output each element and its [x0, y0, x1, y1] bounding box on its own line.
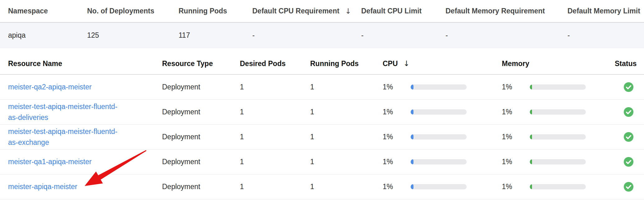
- status-cell: [615, 107, 640, 117]
- default-cpu-requirement-cell: -: [252, 31, 361, 40]
- memory-usage-bar: [530, 109, 586, 115]
- resource-type-cell: Deployment: [162, 108, 240, 116]
- cpu-usage-cell: 1%: [383, 183, 502, 191]
- cpu-usage-cell: 1%: [383, 108, 502, 116]
- cpu-usage-bar: [411, 184, 467, 189]
- cpu-usage-bar: [411, 84, 467, 90]
- memory-usage-bar-fill: [530, 134, 532, 140]
- default-memory-requirement-cell: -: [446, 31, 567, 40]
- column-header-default-memory-limit[interactable]: Default Memory Limit: [567, 7, 640, 15]
- cpu-usage-cell: 1%: [383, 83, 502, 91]
- memory-percent-value: 1%: [502, 108, 530, 116]
- default-cpu-limit-cell: -: [361, 31, 446, 40]
- column-header-resource-type[interactable]: Resource Type: [162, 60, 240, 68]
- running-pods-cell: 1: [310, 183, 383, 191]
- desired-pods-cell: 1: [240, 183, 310, 191]
- resource-name-cell: meister-test-apiqa-meister-fluentd-as-de…: [8, 101, 162, 123]
- resource-type-cell: Deployment: [162, 133, 240, 141]
- namespace-name-cell: apiqa: [8, 31, 87, 40]
- resource-name-cell: meister-test-apiqa-meister-fluentd-as-ex…: [8, 126, 162, 148]
- cpu-percent-value: 1%: [383, 108, 411, 116]
- resource-name-cell: meister-qa2-apiqa-meister: [8, 82, 162, 93]
- running-pods-cell: 1: [310, 108, 383, 116]
- column-header-desired-pods[interactable]: Desired Pods: [240, 60, 310, 68]
- status-cell: [615, 182, 640, 192]
- column-header-status[interactable]: Status: [615, 60, 640, 68]
- namespace-table-header-row: Namespace No. of Deployments Running Pod…: [0, 0, 644, 23]
- column-header-cpu[interactable]: CPU ↓: [383, 59, 502, 68]
- cpu-usage-bar: [411, 109, 467, 115]
- resource-link[interactable]: meister-test-apiqa-meister-fluentd-as-de…: [8, 101, 125, 123]
- column-header-label: Default CPU Requirement: [252, 7, 339, 15]
- resource-type-cell: Deployment: [162, 83, 240, 91]
- memory-usage-bar-fill: [530, 184, 532, 189]
- status-healthy-icon: [624, 157, 633, 167]
- column-header-default-memory-requirement[interactable]: Default Memory Requirement: [446, 7, 567, 15]
- column-header-default-cpu-limit[interactable]: Default CPU Limit: [361, 7, 446, 15]
- memory-usage-cell: 1%: [502, 183, 615, 191]
- column-header-no-of-deployments[interactable]: No. of Deployments: [87, 7, 179, 15]
- namespace-deployments-panel: Namespace No. of Deployments Running Pod…: [0, 0, 644, 200]
- memory-usage-cell: 1%: [502, 108, 615, 116]
- cpu-usage-cell: 1%: [383, 158, 502, 166]
- status-cell: [615, 132, 640, 142]
- column-header-namespace[interactable]: Namespace: [8, 7, 87, 15]
- resource-row: meister-test-apiqa-meister-fluentd-as-de…: [0, 100, 644, 125]
- namespace-row-apiqa[interactable]: apiqa 125 117 - - - -: [0, 23, 644, 48]
- desired-pods-cell: 1: [240, 108, 310, 116]
- cpu-usage-bar-fill: [411, 134, 413, 140]
- memory-usage-cell: 1%: [502, 133, 615, 141]
- memory-usage-bar: [530, 184, 586, 189]
- memory-usage-bar: [530, 84, 586, 90]
- cpu-percent-value: 1%: [383, 133, 411, 141]
- resource-link[interactable]: meister-qa2-apiqa-meister: [8, 82, 91, 93]
- resource-row: meister-qa2-apiqa-meister Deployment 1 1…: [0, 75, 644, 100]
- status-cell: [615, 157, 640, 167]
- memory-percent-value: 1%: [502, 183, 530, 191]
- running-pods-cell: 1: [310, 83, 383, 91]
- resource-type-cell: Deployment: [162, 158, 240, 166]
- resource-row: meister-qa1-apiqa-meister Deployment 1 1…: [0, 150, 644, 174]
- resource-link[interactable]: meister-apiqa-meister: [8, 181, 77, 192]
- resource-type-cell: Deployment: [162, 183, 240, 191]
- status-healthy-icon: [624, 182, 633, 192]
- resource-row: meister-test-apiqa-meister-fluentd-as-ex…: [0, 125, 644, 150]
- cpu-usage-bar: [411, 159, 467, 164]
- desired-pods-cell: 1: [240, 133, 310, 141]
- cpu-usage-bar: [411, 134, 467, 140]
- memory-usage-cell: 1%: [502, 83, 615, 91]
- cpu-percent-value: 1%: [383, 158, 411, 166]
- desired-pods-cell: 1: [240, 83, 310, 91]
- column-header-running-pods[interactable]: Running Pods: [310, 60, 383, 68]
- column-header-running-pods[interactable]: Running Pods: [179, 7, 252, 15]
- cpu-usage-bar-fill: [411, 159, 413, 164]
- deployments-count-cell: 125: [87, 31, 179, 40]
- memory-usage-bar-fill: [530, 84, 532, 90]
- column-header-memory[interactable]: Memory: [502, 60, 615, 68]
- sort-descending-icon[interactable]: ↓: [404, 59, 410, 68]
- memory-usage-bar-fill: [530, 159, 532, 164]
- status-healthy-icon: [624, 82, 633, 92]
- resource-link[interactable]: meister-test-apiqa-meister-fluentd-as-ex…: [8, 126, 125, 148]
- cpu-percent-value: 1%: [383, 183, 411, 191]
- resources-table-header-row: Resource Name Resource Type Desired Pods…: [0, 53, 644, 75]
- memory-usage-cell: 1%: [502, 158, 615, 166]
- cpu-usage-cell: 1%: [383, 133, 502, 141]
- column-header-default-cpu-requirement[interactable]: Default CPU Requirement ↓: [252, 7, 361, 16]
- sort-descending-icon[interactable]: ↓: [345, 7, 351, 16]
- memory-usage-bar: [530, 159, 586, 164]
- memory-percent-value: 1%: [502, 133, 530, 141]
- status-cell: [615, 82, 640, 92]
- status-healthy-icon: [624, 107, 633, 117]
- resource-name-cell: meister-apiqa-meister: [8, 181, 162, 192]
- resource-link[interactable]: meister-qa1-apiqa-meister: [8, 156, 91, 167]
- default-memory-limit-cell: -: [567, 31, 640, 40]
- running-pods-cell: 1: [310, 158, 383, 166]
- memory-usage-bar-fill: [530, 109, 532, 115]
- running-pods-cell: 1: [310, 133, 383, 141]
- cpu-percent-value: 1%: [383, 83, 411, 91]
- status-healthy-icon: [624, 132, 633, 142]
- column-header-label: CPU: [383, 60, 398, 68]
- memory-percent-value: 1%: [502, 83, 530, 91]
- column-header-resource-name[interactable]: Resource Name: [8, 60, 162, 68]
